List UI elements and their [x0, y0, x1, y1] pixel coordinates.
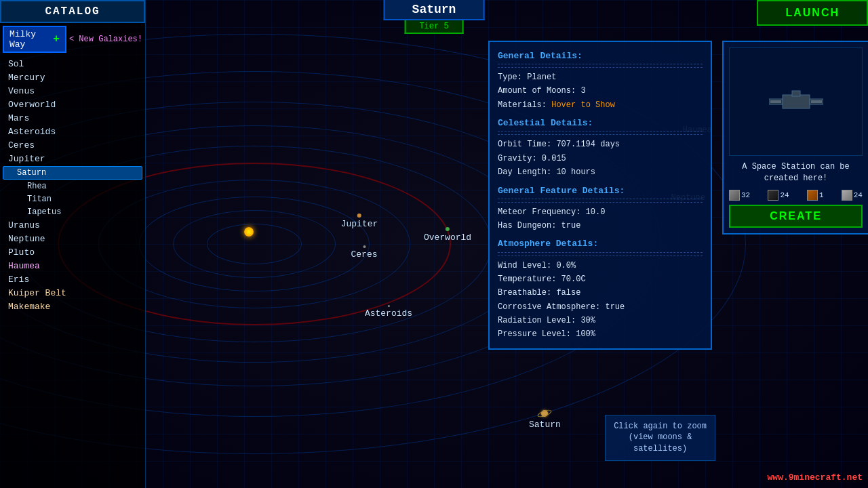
resource-copper: 1: [807, 190, 824, 201]
resource-iron: 32: [729, 190, 750, 201]
sidebar-item-jupiter[interactable]: Jupiter: [3, 152, 142, 165]
create-button[interactable]: CREATE: [729, 205, 863, 228]
new-galaxies-link[interactable]: < New Galaxies!: [69, 35, 142, 44]
materials-value: Hover to Show: [551, 100, 615, 110]
orbit-info: Orbit Time: 707.1194 days: [498, 138, 703, 151]
general-details-title: General Details:: [498, 49, 703, 64]
saturn-dot: [541, 410, 548, 417]
svg-rect-4: [770, 100, 781, 103]
watermark: www.9minecraft.net: [768, 472, 863, 483]
type-info: Type: Planet: [498, 70, 703, 84]
info-panel: General Details: Type: Planet Amount of …: [488, 41, 712, 350]
sidebar-item-pluto[interactable]: Pluto: [3, 246, 142, 259]
sidebar-item-eris[interactable]: Eris: [3, 273, 142, 286]
sidebar-item-mars[interactable]: Mars: [3, 112, 142, 125]
resources-row: 32 24 1 24: [729, 190, 863, 201]
temp-info: Temperature: 70.0C: [498, 272, 703, 286]
zoom-hint[interactable]: Click again to zoom(view moons &satellit…: [605, 415, 715, 461]
sidebar-item-titan[interactable]: Titan: [3, 193, 142, 205]
corrosive-info: Corrosive Atmosphere: true: [498, 300, 703, 314]
sidebar-item-uranus[interactable]: Uranus: [3, 219, 142, 232]
iron-count: 32: [741, 191, 750, 199]
planet-title: Saturn: [384, 0, 485, 20]
divider-4: [498, 256, 703, 256]
divider-3: [498, 202, 703, 203]
sidebar-item-makemake[interactable]: Makemake: [3, 300, 142, 313]
sidebar: CATALOG Milky Way + < New Galaxies! Sol …: [0, 0, 146, 488]
galaxy-button[interactable]: Milky Way +: [3, 26, 66, 53]
svg-rect-0: [783, 95, 810, 108]
tier-badge: Tier 5: [404, 20, 463, 34]
sidebar-item-venus[interactable]: Venus: [3, 85, 142, 98]
ceres-map-label[interactable]: Ceres: [351, 245, 377, 260]
dungeon-info: Has Dungeon: true: [498, 219, 703, 232]
asteroids-dot: [388, 305, 390, 307]
sidebar-item-mercury[interactable]: Mercury: [3, 71, 142, 84]
jupiter-map-label[interactable]: Jupiter: [341, 214, 378, 229]
day-info: Day Length: 10 hours: [498, 165, 703, 179]
sidebar-item-ceres[interactable]: Ceres: [3, 139, 142, 152]
catalog-header: CATALOG: [0, 0, 145, 23]
svg-rect-5: [811, 100, 822, 103]
sidebar-item-rhea[interactable]: Rhea: [3, 180, 142, 192]
meteor-info: Meteor Frequency: 10.0: [498, 205, 703, 219]
ceres-dot: [363, 245, 366, 248]
station-panel: A Space Station can be created here! 32 …: [722, 41, 868, 235]
iron-icon: [729, 190, 740, 201]
breathable-info: Breathable: false: [498, 286, 703, 300]
sidebar-item-kuiper-belt[interactable]: Kuiper Belt: [3, 287, 142, 300]
galaxy-selector: Milky Way + < New Galaxies!: [0, 23, 145, 56]
sidebar-item-neptune[interactable]: Neptune: [3, 232, 142, 245]
svg-rect-3: [792, 91, 800, 96]
top-center: Saturn Tier 5: [384, 0, 485, 34]
tin-icon: [842, 190, 852, 201]
station-message: A Space Station can be created here!: [729, 161, 863, 184]
divider-2: [498, 134, 703, 135]
radiation-info: Radiation Level: 30%: [498, 314, 703, 327]
coal-count: 24: [780, 191, 789, 199]
celestial-details-title: Celestial Details:: [498, 116, 703, 131]
resource-tin: 24: [842, 190, 863, 201]
sun-dot: [244, 227, 254, 237]
asteroids-map-label[interactable]: Asteroids: [365, 305, 412, 319]
station-preview-svg: [769, 81, 823, 122]
sidebar-item-overworld[interactable]: Overworld: [3, 98, 142, 111]
sidebar-item-asteroids[interactable]: Asteroids: [3, 125, 142, 138]
atmosphere-details-title: Atmosphere Details:: [498, 237, 703, 252]
materials-info: Materials: Hover to Show: [498, 98, 703, 112]
launch-button[interactable]: LAUNCH: [757, 0, 868, 26]
overworld-map-label[interactable]: Overworld: [424, 227, 471, 243]
sidebar-item-iapetus[interactable]: Iapetus: [3, 206, 142, 218]
tin-count: 24: [854, 191, 863, 199]
copper-count: 1: [819, 191, 824, 199]
overworld-dot: [446, 227, 450, 231]
sidebar-item-saturn[interactable]: Saturn: [3, 166, 142, 180]
pressure-info: Pressure Level: 100%: [498, 327, 703, 341]
gravity-info: Gravity: 0.015: [498, 152, 703, 165]
jupiter-dot: [357, 214, 361, 218]
copper-icon: [807, 190, 818, 201]
station-preview: [729, 47, 863, 156]
moons-info: Amount of Moons: 3: [498, 84, 703, 98]
saturn-map-label[interactable]: Saturn: [529, 410, 561, 430]
feature-details-title: General Feature Details:: [498, 184, 703, 199]
catalog-list: Sol Mercury Venus Overworld Mars Asteroi…: [0, 56, 145, 488]
divider-1: [498, 67, 703, 68]
sidebar-item-haumea[interactable]: Haumea: [3, 260, 142, 272]
wind-info: Wind Level: 0.0%: [498, 259, 703, 272]
resource-coal: 24: [768, 190, 789, 201]
sidebar-item-sol[interactable]: Sol: [3, 58, 142, 70]
coal-icon: [768, 190, 778, 201]
sun-map: [244, 227, 254, 237]
